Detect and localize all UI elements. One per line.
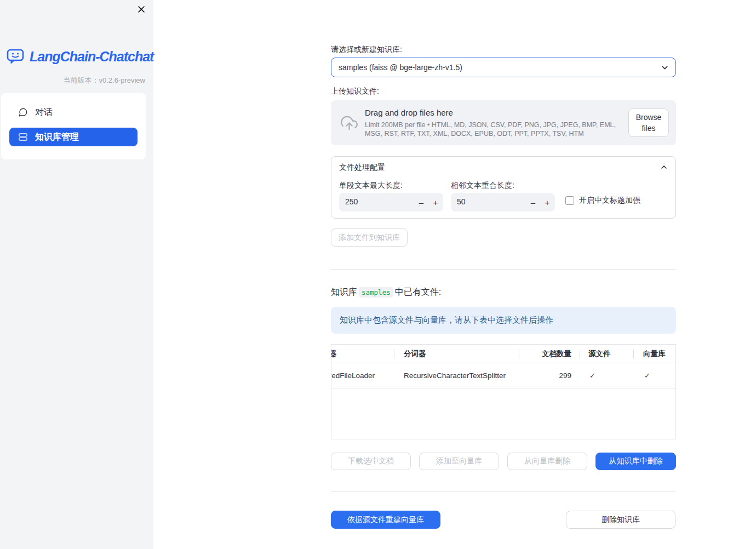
sidebar-item-knowledge-base[interactable]: 知识库管理 xyxy=(9,128,138,146)
browse-files-button[interactable]: Browse files xyxy=(628,108,669,137)
close-icon xyxy=(137,5,146,14)
checkbox-label: 开启中文标题加强 xyxy=(579,196,640,205)
cell-vector-store: ✓ xyxy=(644,363,675,388)
kb-name-code: samples xyxy=(359,287,393,298)
kb-select-label: 请选择或新建知识库: xyxy=(331,45,402,55)
column-divider xyxy=(580,350,580,358)
column-header-doc-count[interactable]: 文档数量 xyxy=(519,345,571,363)
heading-prefix: 知识库 xyxy=(331,287,357,296)
cell-loader: UnstructuredFileLoader xyxy=(331,363,394,388)
sidebar-item-dialogue[interactable]: 对话 xyxy=(9,103,138,122)
overlap-size-label: 相邻文本重合长度: xyxy=(451,181,514,191)
dropzone-limit-text: Limit 200MB per file • HTML, MD, JSON, C… xyxy=(365,121,629,138)
chevron-up-icon[interactable] xyxy=(660,163,668,171)
plus-stepper-button[interactable]: + xyxy=(541,193,554,211)
column-divider xyxy=(394,350,394,358)
kb-actions-row: 依据源文件重建向量库 删除知识库 xyxy=(331,511,676,529)
minus-stepper-button[interactable]: – xyxy=(415,193,428,211)
app-window: LangChain-Chatchat 当前版本：v0.2.6-preview 对… xyxy=(0,0,756,549)
kb-select-value: samples (faiss @ bge-large-zh-v1.5) xyxy=(339,63,462,72)
zh-title-enhance-checkbox[interactable]: 开启中文标题加强 xyxy=(565,196,640,205)
column-header-loader[interactable]: 文档加载器 xyxy=(331,345,394,363)
chunk-size-value: 250 xyxy=(345,197,358,206)
rebuild-vector-store-button[interactable]: 依据源文件重建向量库 xyxy=(331,511,440,529)
column-header-splitter[interactable]: 分词器 xyxy=(404,345,513,363)
column-header-source-file[interactable]: 源文件 xyxy=(588,345,632,363)
chat-bubble-icon xyxy=(18,107,28,117)
chunk-size-input[interactable]: 250 – + xyxy=(339,193,443,211)
expander-title[interactable]: 文件处理配置 xyxy=(339,163,385,173)
app-title: LangChain-Chatchat xyxy=(30,49,153,65)
file-actions-row: 下载选中文档 添加至向量库 从向量库删除 从知识库中删除 xyxy=(331,453,676,470)
table-header-row: 文档加载器 分词器 文档数量 源文件 向量库 xyxy=(331,345,675,363)
chat-logo-icon xyxy=(6,48,26,65)
divider xyxy=(331,269,676,270)
cell-splitter: RecursiveCharacterTextSplitter xyxy=(404,363,518,388)
database-list-icon xyxy=(18,132,28,142)
plus-stepper-button[interactable]: + xyxy=(429,193,442,211)
info-alert: 知识库中包含源文件与向量库，请从下表中选择文件后操作 xyxy=(331,307,676,334)
column-divider xyxy=(633,350,634,358)
overlap-size-value: 50 xyxy=(457,197,466,206)
file-dropzone[interactable]: Drag and drop files here Limit 200MB per… xyxy=(331,100,676,145)
download-selected-button[interactable]: 下载选中文档 xyxy=(331,453,411,470)
cell-doc-count: 299 xyxy=(519,363,571,388)
chevron-down-icon[interactable] xyxy=(660,63,669,72)
upload-label: 上传知识文件: xyxy=(331,87,379,96)
version-value: v0.2.6-preview xyxy=(99,76,145,84)
kb-select[interactable]: samples (faiss @ bge-large-zh-v1.5) xyxy=(331,58,676,77)
chunk-size-label: 单段文本最大长度: xyxy=(339,181,403,191)
table-row[interactable]: UnstructuredFileLoader RecursiveCharacte… xyxy=(331,363,675,388)
existing-files-heading: 知识库samples中已有文件: xyxy=(331,287,441,298)
column-header-vector-store[interactable]: 向量库 xyxy=(643,345,675,363)
info-alert-text: 知识库中包含源文件与向量库，请从下表中选择文件后操作 xyxy=(340,315,553,325)
add-to-vector-store-button[interactable]: 添加至向量库 xyxy=(419,453,499,470)
minus-stepper-button[interactable]: – xyxy=(526,193,540,211)
heading-suffix: 中已有文件: xyxy=(395,287,441,296)
file-config-expander: 文件处理配置 单段文本最大长度: 相邻文本重合长度: 250 – + 50 – … xyxy=(331,156,676,219)
cell-source-file: ✓ xyxy=(589,363,633,388)
sidebar-close-button[interactable] xyxy=(135,3,147,15)
delete-from-kb-button[interactable]: 从知识库中删除 xyxy=(595,453,676,470)
checkbox-unchecked-icon[interactable] xyxy=(565,196,574,205)
delete-kb-button[interactable]: 删除知识库 xyxy=(566,511,675,529)
overlap-size-input[interactable]: 50 – + xyxy=(451,193,555,211)
check-icon: ✓ xyxy=(589,371,595,380)
sidebar: LangChain-Chatchat 当前版本：v0.2.6-preview 对… xyxy=(0,0,153,549)
main-content: 请选择或新建知识库: samples (faiss @ bge-large-zh… xyxy=(331,0,676,549)
check-icon: ✓ xyxy=(644,371,650,380)
files-table[interactable]: 文档加载器 分词器 文档数量 源文件 向量库 UnstructuredFileL… xyxy=(331,344,676,439)
delete-from-vector-store-button[interactable]: 从向量库删除 xyxy=(507,453,587,470)
divider xyxy=(331,491,676,492)
version-info: 当前版本：v0.2.6-preview xyxy=(63,76,145,85)
sidebar-item-label: 知识库管理 xyxy=(35,131,79,143)
add-files-to-kb-button[interactable]: 添加文件到知识库 xyxy=(331,228,408,247)
dropzone-title: Drag and drop files here xyxy=(365,108,453,117)
sidebar-item-label: 对话 xyxy=(35,107,53,118)
sidebar-menu: 对话 知识库管理 xyxy=(1,93,146,159)
upload-cloud-icon xyxy=(341,115,358,131)
version-label: 当前版本： xyxy=(63,76,99,84)
app-logo: LangChain-Chatchat xyxy=(6,47,147,66)
